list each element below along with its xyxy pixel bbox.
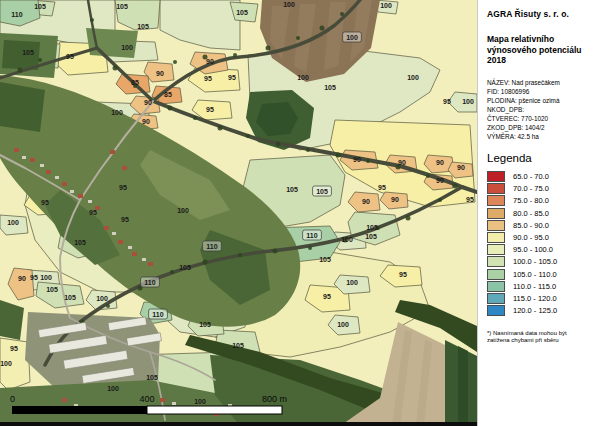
contour-label: 95 <box>119 184 127 191</box>
contour-label: 100 <box>177 207 189 214</box>
contour-label: 105 <box>366 224 378 231</box>
contour-label: 105 <box>146 374 158 381</box>
contour-label: 85 <box>131 79 139 86</box>
contour-label: 95 <box>443 98 451 105</box>
map-bottom-border <box>0 422 477 426</box>
contour-label: 110 <box>306 232 317 239</box>
legend-swatch <box>487 244 505 255</box>
contour-label: 90 <box>156 70 164 77</box>
contour-label: 90 <box>457 164 465 171</box>
scale-end-label: 800 m <box>262 394 287 404</box>
map-title: Mapa relativního výnosového potenciálu 2… <box>487 34 593 66</box>
parcel-info-line: NKOD_DPB: <box>487 105 594 114</box>
contour-label: 105 <box>64 294 76 301</box>
legend-swatch <box>487 305 505 316</box>
scale-bar-white-segment <box>147 406 282 414</box>
contour-label: 100 <box>121 44 133 51</box>
contour-label: 90 <box>142 118 150 125</box>
legend-label: 115.0 - 120.0 <box>513 294 557 303</box>
legend-row: 105.0 - 110.0 <box>487 268 594 280</box>
legend-swatch <box>487 183 505 194</box>
contour-label: 105 <box>316 188 328 195</box>
contour-label: 110 <box>152 311 163 318</box>
contour-label: 105 <box>46 286 58 293</box>
legend-label: 110.0 - 115.0 <box>513 282 556 291</box>
contour-label: 100 <box>40 274 52 281</box>
footnote: *) Nasnímaná data mohou být zatížena chy… <box>487 330 589 345</box>
contour-label: 95 <box>204 75 212 82</box>
legend-label: 75.0 - 80.0 <box>513 196 549 205</box>
legend-row: 90.0 - 95.0 <box>487 231 594 243</box>
scale-mid-label: 400 <box>139 394 154 404</box>
legend-swatch <box>487 195 505 206</box>
contour-label: 90 <box>436 177 444 184</box>
contour-label: 100 <box>0 360 12 367</box>
contour-label: 105 <box>324 84 336 91</box>
legend-swatch <box>487 208 505 219</box>
parcel-info-line: ZKOD_DPB: 1404/2 <box>487 123 594 132</box>
contour-label: 95 <box>89 209 97 216</box>
contour-label: 95 <box>206 106 214 113</box>
legend-row: 100.0 - 105.0 <box>487 256 594 268</box>
contour-label: 100 <box>337 321 349 328</box>
legend-swatch <box>487 269 505 280</box>
parcel-info-line: VÝMĚRA: 42.5 ha <box>487 132 594 141</box>
contour-label: 100 <box>462 98 474 105</box>
contour-label: 95 <box>228 74 236 81</box>
contour-label: 105 <box>319 256 331 263</box>
contour-label: 100 <box>346 279 358 286</box>
contour-label: 110 <box>144 279 155 286</box>
legend-row: 65.0 - 70.0 <box>487 171 594 183</box>
legend-swatch <box>487 220 505 231</box>
legend-swatch <box>487 293 505 304</box>
contour-label: 90 <box>206 58 214 65</box>
contour-label: 90 <box>353 156 361 163</box>
contour-label: 105 <box>232 342 244 349</box>
company-name: AGRA Řisuty s. r. o. <box>487 9 594 19</box>
contour-label: 100 <box>111 109 123 116</box>
contour-label: 100 <box>297 74 309 81</box>
contour-label: 95 <box>30 274 38 281</box>
contour-label: 95 <box>10 345 18 352</box>
contour-label: 110 <box>206 243 217 250</box>
legend-row: 75.0 - 80.0 <box>487 195 594 207</box>
legend-row: 80.0 - 85.0 <box>487 207 594 219</box>
contour-label: 105 <box>365 233 377 240</box>
contour-label: 105 <box>236 9 248 16</box>
contour-label: 105 <box>179 264 191 271</box>
contour-label: 90 <box>362 198 370 205</box>
legend-label: 120.0 - 125.0 <box>513 306 557 315</box>
contour-label: 105 <box>199 321 211 328</box>
contour-label: 95 <box>41 199 49 206</box>
contour-label: 100 <box>96 295 108 302</box>
contour-label: 95 <box>399 271 407 278</box>
side-panel: AGRA Řisuty s. r. o. Mapa relativního vý… <box>477 0 600 426</box>
legend-label: 65.0 - 70.0 <box>513 172 549 181</box>
legend-title: Legenda <box>487 152 594 164</box>
contour-label: 100 <box>380 2 392 9</box>
parcel-info-line: FID: 10806996 <box>487 87 594 96</box>
contour-label: 95 <box>378 184 386 191</box>
contour-label: 90 <box>144 99 152 106</box>
contour-label: 90 <box>436 159 444 166</box>
legend-row: 70.0 - 75.0 <box>487 183 594 195</box>
legend-label: 70.0 - 75.0 <box>513 184 549 193</box>
legend-row: 85.0 - 90.0 <box>487 219 594 231</box>
map-area: 1051051101051051001001001059510090908585… <box>0 0 477 426</box>
legend-label: 90.0 - 95.0 <box>513 233 549 242</box>
legend-swatch <box>487 256 505 267</box>
contour-label: 90 <box>391 196 399 203</box>
contour-label: 105 <box>34 3 46 10</box>
contour-label: 95 <box>121 216 129 223</box>
legend-row: 115.0 - 120.0 <box>487 292 594 304</box>
contour-label: 110 <box>11 11 22 18</box>
legend-row: 120.0 - 125.0 <box>487 305 594 317</box>
legend-swatch <box>487 281 505 292</box>
legend-label: 105.0 - 110.0 <box>513 270 557 279</box>
contour-label: 85 <box>164 91 172 98</box>
contour-label: 105 <box>137 23 149 30</box>
legend-label: 85.0 - 90.0 <box>513 221 549 230</box>
contour-label: 100 <box>194 398 206 405</box>
contour-label: 100 <box>7 219 19 226</box>
contour-label: 100 <box>283 1 295 8</box>
